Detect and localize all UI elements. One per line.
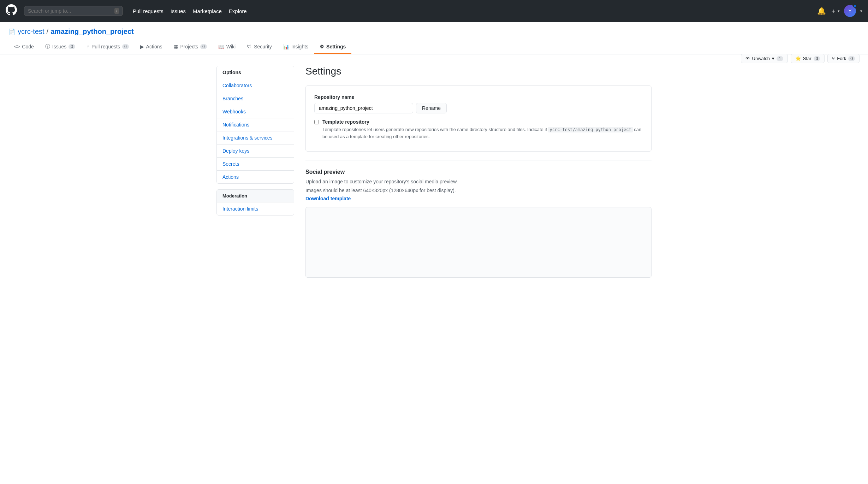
repo-owner-link[interactable]: ycrc-test xyxy=(18,28,44,36)
tab-issues[interactable]: ⓘ Issues 0 xyxy=(40,40,81,54)
template-repo-row: Template repository Template repositorie… xyxy=(314,119,643,140)
search-box[interactable]: / xyxy=(24,6,123,16)
wiki-icon: 📖 xyxy=(218,44,224,49)
tab-security-label: Security xyxy=(254,44,272,49)
repo-header-wrapper: 📄 ycrc-test / amazing_python_project 👁 U… xyxy=(0,22,868,54)
social-preview-section: Social preview Upload an image to custom… xyxy=(305,160,652,278)
plus-chevron-icon: ▾ xyxy=(838,9,840,13)
main-content: Options Collaborators Branches Webhooks … xyxy=(208,54,660,289)
tab-actions[interactable]: ▶ Actions xyxy=(135,40,168,54)
create-new-button[interactable]: ＋ ▾ xyxy=(830,7,840,15)
fork-button[interactable]: ⑂ Fork 0 xyxy=(827,54,860,63)
sidebar-item-notifications[interactable]: Notifications xyxy=(217,118,294,131)
repo-name-input-row: Rename xyxy=(314,103,643,113)
tab-insights-label: Insights xyxy=(291,44,308,49)
breadcrumb: 📄 ycrc-test / amazing_python_project xyxy=(8,28,860,36)
topnav-links: Code Pull requests Issues Marketplace Ex… xyxy=(133,8,247,14)
security-icon: 🛡 xyxy=(247,44,252,49)
star-count: 0 xyxy=(814,56,820,61)
repo-name-input[interactable] xyxy=(314,103,413,113)
repo-actions: 👁 Unwatch ▾ 1 ⭐ Star 0 ⑂ Fork 0 xyxy=(741,54,860,63)
sidebar-item-webhooks[interactable]: Webhooks xyxy=(217,105,294,118)
repo-header: 📄 ycrc-test / amazing_python_project 👁 U… xyxy=(0,22,868,54)
github-logo-icon[interactable] xyxy=(6,4,17,18)
section-divider xyxy=(305,160,652,160)
settings-icon: ⚙ xyxy=(320,44,324,49)
repo-tabs: <> Code ⓘ Issues 0 ⑂ Pull requests 0 ▶ A… xyxy=(8,40,860,54)
fork-icon: ⑂ xyxy=(832,56,835,61)
settings-panel: Settings Repository name Rename Template… xyxy=(305,66,652,278)
rename-button[interactable]: Rename xyxy=(416,103,447,113)
notifications-bell-icon[interactable]: 🔔 xyxy=(817,7,826,15)
notification-dot xyxy=(853,4,857,8)
sidebar-item-integrations[interactable]: Integrations & services xyxy=(217,131,294,144)
slash-badge: / xyxy=(114,8,119,14)
pr-badge: 0 xyxy=(122,44,129,49)
pull-requests-nav-link[interactable]: Pull requests xyxy=(133,8,164,14)
page-title: Settings xyxy=(305,66,652,77)
repo-name-label: Repository name xyxy=(314,94,643,100)
unwatch-button[interactable]: 👁 Unwatch ▾ 1 xyxy=(741,54,788,63)
chevron-icon: ▾ xyxy=(772,56,774,61)
tab-issues-label: Issues xyxy=(52,44,66,49)
tab-wiki-label: Wiki xyxy=(226,44,236,49)
sidebar-item-collaborators[interactable]: Collaborators xyxy=(217,79,294,92)
avatar-chevron-icon[interactable]: ▾ xyxy=(860,9,862,13)
topnav: / Code Pull requests Issues Marketplace … xyxy=(0,0,868,22)
fork-label: Fork xyxy=(837,56,846,61)
breadcrumb-slash: / xyxy=(47,28,49,36)
sidebar-item-secrets[interactable]: Secrets xyxy=(217,158,294,171)
social-preview-upload-box[interactable] xyxy=(305,207,652,278)
user-avatar[interactable]: Y xyxy=(844,5,856,17)
tab-projects[interactable]: ▦ Projects 0 xyxy=(168,40,213,54)
star-icon: ⭐ xyxy=(795,56,801,61)
template-repo-description: Template repositories let users generate… xyxy=(322,126,643,140)
social-preview-desc2: Images should be at least 640×320px (128… xyxy=(305,187,652,194)
download-template-link[interactable]: Download template xyxy=(305,196,351,201)
repo-name-section: Repository name Rename Template reposito… xyxy=(305,85,652,152)
template-repo-label: Template repository xyxy=(322,119,643,125)
tab-projects-label: Projects xyxy=(180,44,198,49)
sidebar-moderation-section: Moderation Interaction limits xyxy=(216,189,294,216)
star-label: Star xyxy=(803,56,811,61)
sidebar-item-actions[interactable]: Actions xyxy=(217,171,294,183)
search-input[interactable] xyxy=(28,8,112,14)
projects-badge: 0 xyxy=(200,44,207,49)
tab-pull-requests[interactable]: ⑂ Pull requests 0 xyxy=(81,40,135,54)
sidebar-item-options[interactable]: Options xyxy=(217,66,294,79)
topnav-right: 🔔 ＋ ▾ Y ▾ xyxy=(817,5,862,17)
marketplace-nav-link[interactable]: Marketplace xyxy=(193,8,222,14)
template-repo-checkbox[interactable] xyxy=(314,120,319,124)
tab-security[interactable]: 🛡 Security xyxy=(241,40,278,54)
tab-actions-label: Actions xyxy=(146,44,162,49)
tab-wiki[interactable]: 📖 Wiki xyxy=(213,40,241,54)
unwatch-count: 1 xyxy=(777,56,783,61)
tab-settings-label: Settings xyxy=(326,44,346,49)
tab-code[interactable]: <> Code xyxy=(8,40,40,54)
moderation-section-header: Moderation xyxy=(217,190,294,202)
explore-nav-link[interactable]: Explore xyxy=(229,8,247,14)
issues-badge: 0 xyxy=(69,44,75,49)
plus-icon: ＋ xyxy=(830,7,837,15)
tab-pr-label: Pull requests xyxy=(91,44,120,49)
star-button[interactable]: ⭐ Star 0 xyxy=(791,54,825,63)
sidebar-item-interaction-limits[interactable]: Interaction limits xyxy=(217,202,294,215)
template-repo-code: ycrc-test/amazing_python_project xyxy=(548,127,632,132)
repo-name-link[interactable]: amazing_python_project xyxy=(50,28,134,36)
issues-icon: ⓘ xyxy=(45,43,50,50)
avatar-initials: Y xyxy=(849,8,852,14)
unwatch-label: Unwatch xyxy=(752,56,770,61)
tab-code-label: Code xyxy=(22,44,34,49)
sidebar-item-branches[interactable]: Branches xyxy=(217,92,294,105)
social-preview-desc1: Upload an image to customize your reposi… xyxy=(305,178,652,185)
sidebar: Options Collaborators Branches Webhooks … xyxy=(216,66,294,278)
eye-icon: 👁 xyxy=(745,56,750,61)
tab-settings[interactable]: ⚙ Settings xyxy=(314,40,351,54)
tab-insights[interactable]: 📊 Insights xyxy=(278,40,314,54)
projects-icon: ▦ xyxy=(174,44,178,49)
fork-count: 0 xyxy=(848,56,855,61)
pr-icon: ⑂ xyxy=(87,44,89,49)
social-preview-title: Social preview xyxy=(305,169,652,175)
sidebar-item-deploy-keys[interactable]: Deploy keys xyxy=(217,144,294,158)
issues-nav-link[interactable]: Issues xyxy=(171,8,186,14)
